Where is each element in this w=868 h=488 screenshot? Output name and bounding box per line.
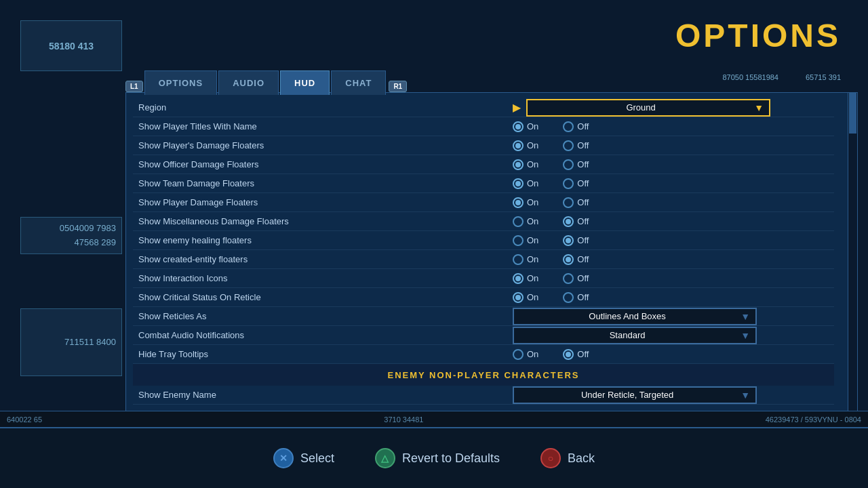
radio-btn-off-show_officer_damage[interactable] [563,159,574,170]
radio-btn-on-show_enemy_healing[interactable] [513,235,524,246]
scrollbar-thumb[interactable] [849,93,856,134]
radio-label-off-show_player_titles: Off [577,121,589,131]
radio-off-show_enemy_healing[interactable]: Off [563,235,589,246]
setting-control-show_players_damage: On Off [513,140,834,151]
radio-on-show_players_damage[interactable]: On [513,140,538,151]
radio-btn-off-show_player_damage[interactable] [563,197,574,208]
tab-hud[interactable]: HUD [280,70,330,95]
radio-on-hide_tray_tooltips[interactable]: On [513,349,538,360]
radio-on-show_interaction_icons[interactable]: On [513,273,538,284]
radio-btn-off-show_players_damage[interactable] [563,140,574,151]
radio-label-on-show_enemy_healing: On [527,235,538,245]
radio-btn-on-show_officer_damage[interactable] [513,159,524,170]
radio-on-show_enemy_healing[interactable]: On [513,235,538,246]
radio-btn-off-show_interaction_icons[interactable] [563,273,574,284]
setting-row-show_enemy_name[interactable]: Show Enemy Name Under Reticle, Targeted … [133,386,834,405]
radio-label-off-show_critical_status: Off [577,292,589,302]
radio-btn-on-show_misc_damage[interactable] [513,216,524,227]
setting-row-show_misc_damage[interactable]: Show Miscellaneous Damage Floaters On Of… [133,212,834,231]
scrollbar[interactable] [848,93,857,426]
page-title: OPTIONS [675,17,841,54]
setting-control-show_critical_status: On Off [513,292,834,303]
tab-audio[interactable]: AUDIO [218,70,279,95]
radio-btn-off-hide_tray_tooltips[interactable] [563,349,574,360]
setting-label-show_player_titles: Show Player Titles With Name [133,121,513,131]
setting-row-show_player_damage[interactable]: Show Player Damage Floaters On Off [133,193,834,212]
radio-on-show_player_damage[interactable]: On [513,197,538,208]
radio-on-show_critical_status[interactable]: On [513,292,538,303]
dropdown-arrow-show_reticles: ▼ [741,311,750,322]
radio-group-show_interaction_icons: On Off [513,273,609,284]
radio-off-show_players_damage[interactable]: Off [563,140,589,151]
tab-chat[interactable]: CHAT [331,70,386,95]
radio-on-show_team_damage[interactable]: On [513,178,538,189]
radio-btn-on-show_team_damage[interactable] [513,178,524,189]
setting-row-region[interactable]: Region ▶ Ground ▼ [133,98,834,117]
setting-row-show_critical_status[interactable]: Show Critical Status On Reticle On Off [133,288,834,307]
radio-label-on-show_officer_damage: On [527,159,538,169]
radio-off-hide_tray_tooltips[interactable]: Off [563,349,589,360]
dropdown-show_enemy_name[interactable]: Under Reticle, Targeted ▼ [513,386,757,404]
setting-row-show_created_entity[interactable]: Show created-entity floaters On Off [133,250,834,269]
setting-control-show_enemy_healing: On Off [513,235,834,246]
radio-btn-off-show_created_entity[interactable] [563,254,574,265]
radio-off-show_officer_damage[interactable]: Off [563,159,589,170]
radio-btn-off-show_team_damage[interactable] [563,178,574,189]
setting-row-combat_audio[interactable]: Combat Audio Notifications Standard ▼ [133,326,834,345]
radio-on-show_officer_damage[interactable]: On [513,159,538,170]
action-btn-back[interactable]: ○ Back [540,448,595,468]
l1-badge[interactable]: L1 [125,81,143,92]
radio-btn-on-show_critical_status[interactable] [513,292,524,303]
radio-off-show_team_damage[interactable]: Off [563,178,589,189]
radio-btn-on-show_player_titles[interactable] [513,121,524,132]
setting-row-section_enemy: ENEMY NON-PLAYER CHARACTERS [133,364,834,386]
dropdown-combat_audio[interactable]: Standard ▼ [513,327,757,344]
radio-btn-on-hide_tray_tooltips[interactable] [513,349,524,360]
setting-control-region: ▶ Ground ▼ [513,99,834,117]
setting-row-show_players_damage[interactable]: Show Player's Damage Floaters On Off [133,136,834,155]
dropdown-region[interactable]: Ground ▼ [526,99,770,117]
dropdown-left-arrow-region[interactable]: ▶ [513,101,521,114]
radio-btn-on-show_created_entity[interactable] [513,254,524,265]
setting-row-show_interaction_icons[interactable]: Show Interaction Icons On Off [133,269,834,288]
radio-btn-off-show_player_titles[interactable] [563,121,574,132]
radio-off-show_critical_status[interactable]: Off [563,292,589,303]
setting-row-show_reticles[interactable]: Show Reticles As Outlines And Boxes ▼ [133,307,834,326]
radio-btn-on-show_players_damage[interactable] [513,140,524,151]
setting-row-show_player_titles[interactable]: Show Player Titles With Name On Off [133,117,834,136]
setting-row-show_team_damage[interactable]: Show Team Damage Floaters On Off [133,174,834,193]
action-icon-back: ○ [540,448,561,468]
r1-badge[interactable]: R1 [389,81,407,92]
action-btn-revert[interactable]: △ Revert to Defaults [375,448,500,468]
radio-label-off-show_team_damage: Off [577,178,589,188]
action-btn-select[interactable]: ✕ Select [273,448,334,468]
radio-btn-on-show_interaction_icons[interactable] [513,273,524,284]
setting-control-show_created_entity: On Off [513,254,834,265]
radio-group-show_player_damage: On Off [513,197,609,208]
radio-btn-off-show_critical_status[interactable] [563,292,574,303]
radio-btn-off-show_enemy_healing[interactable] [563,235,574,246]
action-label-back: Back [568,451,595,466]
radio-off-show_misc_damage[interactable]: Off [563,216,589,227]
dropdown-value-combat_audio: Standard [519,330,735,340]
setting-row-show_officer_damage[interactable]: Show Officer Damage Floaters On Off [133,155,834,174]
dropdown-show_reticles[interactable]: Outlines And Boxes ▼ [513,308,757,325]
radio-btn-off-show_misc_damage[interactable] [563,216,574,227]
radio-group-show_critical_status: On Off [513,292,609,303]
radio-on-show_player_titles[interactable]: On [513,121,538,132]
radio-btn-on-show_player_damage[interactable] [513,197,524,208]
radio-label-off-show_misc_damage: Off [577,216,589,226]
tab-options[interactable]: OPTIONS [144,70,218,95]
radio-on-show_misc_damage[interactable]: On [513,216,538,227]
radio-off-show_player_titles[interactable]: Off [563,121,589,132]
radio-on-show_created_entity[interactable]: On [513,254,538,265]
setting-row-show_enemy_healing[interactable]: Show enemy healing floaters On Off [133,231,834,250]
radio-off-show_interaction_icons[interactable]: Off [563,273,589,284]
radio-off-show_player_damage[interactable]: Off [563,197,589,208]
mid-left-stat-panel: 0504009 7983 47568 289 [20,217,122,254]
radio-off-show_created_entity[interactable]: Off [563,254,589,265]
bot-left-stat-panel: 711511 8400 [20,308,122,376]
setting-row-hide_tray_tooltips[interactable]: Hide Tray Tooltips On Off [133,345,834,364]
radio-label-on-show_team_damage: On [527,178,538,188]
action-label-revert: Revert to Defaults [402,451,500,466]
